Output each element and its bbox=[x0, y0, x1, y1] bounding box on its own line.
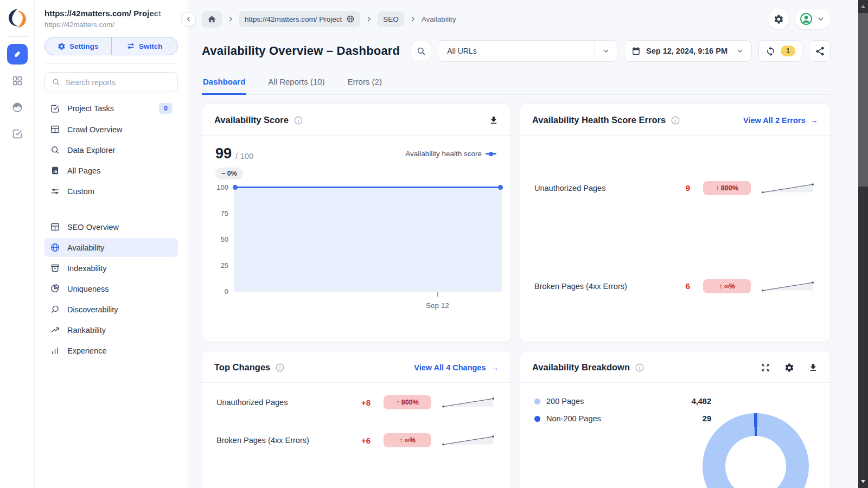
legend-dot bbox=[534, 399, 540, 404]
rail-divider bbox=[7, 36, 28, 37]
sidebar-item-indexability[interactable]: Indexability bbox=[44, 259, 178, 278]
chart-legend: Availability health score bbox=[405, 146, 496, 158]
tab-all-reports[interactable]: All Reports (10) bbox=[267, 73, 326, 94]
refresh-count-badge: 1 bbox=[781, 46, 795, 56]
sidebar-item-experience[interactable]: Experience bbox=[44, 341, 178, 360]
archive-icon bbox=[50, 263, 60, 273]
change-count: +6 bbox=[348, 436, 371, 445]
date-value: Sep 12, 2024, 9:16 PM bbox=[646, 47, 727, 55]
tab-dashboard[interactable]: Dashboard bbox=[202, 73, 246, 95]
pie-chart-icon bbox=[50, 284, 60, 294]
breadcrumb-seo[interactable]: SEO bbox=[378, 11, 404, 27]
sparkline-chart bbox=[441, 395, 496, 410]
download-icon[interactable] bbox=[489, 115, 499, 125]
rail-tasks-button[interactable] bbox=[7, 124, 28, 144]
chevron-right-icon bbox=[409, 15, 417, 23]
switch-arrows-icon bbox=[126, 42, 135, 50]
sidebar-divider bbox=[44, 209, 178, 209]
search-reports-input[interactable] bbox=[66, 78, 171, 87]
change-row[interactable]: Unauthorized Pages +8 ↑ 800% bbox=[202, 395, 510, 410]
chevron-down-icon bbox=[816, 15, 825, 23]
collapse-sidebar-button[interactable] bbox=[181, 12, 196, 27]
sidebar-item-crawl-overview[interactable]: Crawl Overview bbox=[44, 120, 178, 139]
rail-project-button[interactable] bbox=[7, 44, 28, 65]
chevron-down-icon bbox=[736, 47, 744, 55]
card-header: Top Changes View All 4 Changes → bbox=[202, 351, 510, 383]
sidebar-item-availability[interactable]: Availability bbox=[44, 238, 178, 257]
dashboard-cards: Availability Score 99 / 100 Availability bbox=[202, 104, 831, 488]
breadcrumb-bar: https://42matters.com/ Project SEO Avail… bbox=[188, 0, 858, 38]
download-icon[interactable] bbox=[808, 363, 818, 373]
sidebar-item-discoverability[interactable]: Discoverability bbox=[44, 300, 178, 319]
account-menu-button[interactable] bbox=[795, 9, 831, 29]
sidebar-item-data-explorer[interactable]: Data Explorer bbox=[44, 140, 178, 159]
change-badge: ↑ 800% bbox=[703, 181, 751, 195]
page-scrollbar[interactable] bbox=[858, 0, 868, 488]
rail-gauge-button[interactable] bbox=[7, 97, 28, 118]
breadcrumb-current: Availability bbox=[422, 15, 456, 23]
info-icon[interactable] bbox=[275, 363, 285, 373]
error-count: 9 bbox=[667, 183, 690, 192]
settings-button-top[interactable] bbox=[768, 9, 789, 29]
error-row[interactable]: Broken Pages (4xx Errors) 6 ↑ ∞% bbox=[520, 279, 830, 294]
report-search bbox=[44, 72, 178, 92]
chevron-down-icon bbox=[595, 47, 617, 55]
sidebar-item-uniqueness[interactable]: Uniqueness bbox=[44, 279, 178, 298]
legend-item-200[interactable]: 200 Pages 4,482 bbox=[534, 397, 711, 406]
avatar-icon bbox=[799, 12, 813, 26]
rail-apps-button[interactable] bbox=[7, 70, 28, 91]
error-row[interactable]: Unauthorized Pages 9 ↑ 800% bbox=[520, 181, 830, 196]
app-window: https://42matters.com/ Project https://4… bbox=[0, 0, 868, 488]
gauge-icon bbox=[11, 101, 23, 113]
globe-icon bbox=[50, 242, 60, 253]
gear-icon bbox=[58, 42, 66, 50]
score-summary: 99 / 100 Availability health score bbox=[202, 136, 510, 161]
line-marker-icon bbox=[486, 153, 496, 155]
expand-icon[interactable] bbox=[761, 363, 770, 373]
sidebar-item-seo-overview[interactable]: SEO Overview bbox=[44, 217, 178, 236]
table-icon bbox=[50, 124, 60, 134]
scroll-down-arrow[interactable] bbox=[861, 480, 865, 483]
change-badge: ↑ ∞% bbox=[703, 279, 751, 293]
settings-button[interactable]: Settings bbox=[45, 37, 111, 55]
project-actions: Settings Switch bbox=[44, 37, 178, 55]
x-axis-tick bbox=[437, 292, 438, 297]
sidebar-item-rankability[interactable]: Rankability bbox=[44, 320, 178, 339]
globe-icon bbox=[346, 15, 355, 23]
scroll-up-arrow[interactable] bbox=[861, 5, 865, 8]
chevron-left-icon bbox=[184, 15, 193, 23]
health-score-errors-card: Availability Health Score Errors View Al… bbox=[520, 104, 831, 342]
scrollbar-thumb[interactable] bbox=[858, 13, 868, 187]
task-check-icon bbox=[50, 104, 60, 114]
switch-label: Switch bbox=[139, 42, 163, 50]
trend-up-icon bbox=[50, 325, 60, 335]
info-icon[interactable] bbox=[635, 363, 644, 373]
card-header: Availability Score bbox=[202, 104, 510, 136]
url-filter-select[interactable]: All URLs bbox=[438, 40, 617, 62]
sidebar-item-all-pages[interactable]: All Pages bbox=[44, 161, 178, 180]
view-all-errors-link[interactable]: View All 2 Errors → bbox=[743, 116, 818, 125]
change-badge: ↑ 800% bbox=[384, 395, 431, 409]
legend-label: Availability health score bbox=[405, 150, 482, 158]
date-picker-button[interactable]: Sep 12, 2024, 9:16 PM bbox=[624, 40, 752, 62]
breadcrumb-project[interactable]: https://42matters.com/ Project bbox=[239, 11, 360, 27]
sidebar-item-project-tasks[interactable]: Project Tasks 0 bbox=[44, 99, 178, 118]
sidebar-item-custom[interactable]: Custom bbox=[44, 182, 178, 201]
card-title: Availability Score bbox=[214, 115, 289, 125]
score-delta-badge: − 0% bbox=[215, 168, 243, 179]
share-button[interactable] bbox=[809, 40, 831, 62]
refresh-button[interactable]: 1 bbox=[758, 40, 802, 62]
top-changes-card: Top Changes View All 4 Changes → Unautho… bbox=[202, 351, 511, 488]
legend-item-non-200[interactable]: Non-200 Pages 29 bbox=[534, 414, 711, 423]
tab-errors[interactable]: Errors (2) bbox=[347, 73, 383, 94]
info-icon[interactable] bbox=[671, 115, 680, 125]
gear-icon[interactable] bbox=[784, 363, 794, 373]
info-icon[interactable] bbox=[293, 115, 303, 125]
chart-area-fill bbox=[234, 187, 502, 291]
page-search-button[interactable] bbox=[411, 41, 431, 61]
breadcrumb-home[interactable] bbox=[202, 11, 222, 28]
view-all-changes-link[interactable]: View All 4 Changes → bbox=[414, 363, 499, 372]
switch-project-button[interactable]: Switch bbox=[111, 37, 178, 55]
settings-label: Settings bbox=[69, 42, 98, 50]
change-row[interactable]: Broken Pages (4xx Errors) +6 ↑ ∞% bbox=[202, 433, 510, 448]
